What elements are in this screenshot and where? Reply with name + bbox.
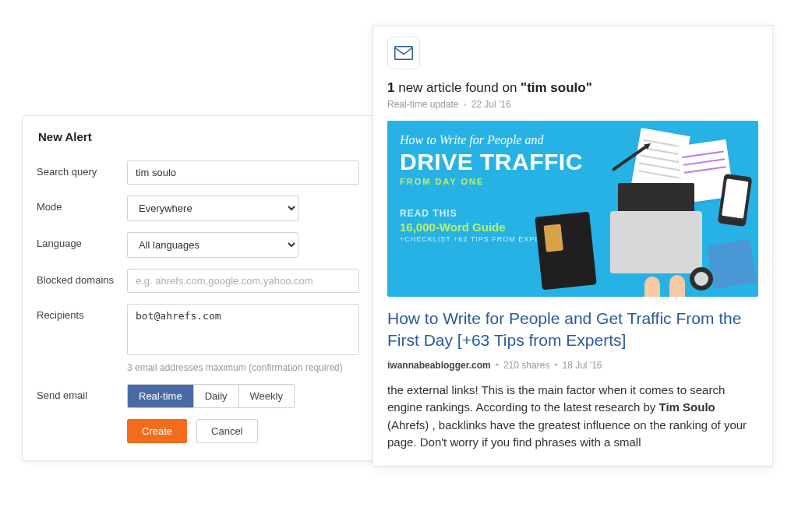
- blocked-domains-input[interactable]: [127, 269, 359, 293]
- frequency-realtime[interactable]: Real-time: [128, 385, 193, 407]
- article-site[interactable]: iwannabeablogger.com: [387, 360, 491, 371]
- cancel-button[interactable]: Cancel: [196, 419, 257, 443]
- frequency-daily[interactable]: Daily: [193, 385, 238, 407]
- email-preview-panel: 1 new article found on "tim soulo" Real-…: [373, 25, 773, 467]
- article-thumbnail[interactable]: How to Write for People and DRIVE TRAFFI…: [387, 121, 758, 297]
- recipients-label: Recipients: [37, 304, 127, 321]
- search-query-label: Search query: [37, 160, 127, 178]
- found-headline: 1 new article found on "tim soulo": [387, 80, 758, 96]
- language-select[interactable]: All languages: [127, 232, 298, 258]
- mode-label: Mode: [37, 196, 127, 213]
- article-excerpt: the external links! This is the main fac…: [387, 382, 758, 452]
- frequency-weekly[interactable]: Weekly: [238, 385, 294, 407]
- recipients-hint: 3 email addresses maximum (confirmation …: [127, 362, 359, 373]
- search-query-input[interactable]: [127, 160, 359, 185]
- article-meta: iwannabeablogger.com•210 shares•18 Jul '…: [387, 360, 758, 371]
- mail-icon: [387, 37, 420, 69]
- blocked-domains-label: Blocked domains: [37, 269, 127, 286]
- language-label: Language: [37, 232, 127, 249]
- article-date: 18 Jul '16: [562, 360, 602, 371]
- recipients-input[interactable]: bot@ahrefs.com: [127, 304, 359, 355]
- article-shares: 210 shares: [503, 360, 549, 371]
- mode-select[interactable]: Everywhere: [127, 196, 298, 221]
- update-subline: Real-time update◦22 Jul '16: [387, 99, 758, 110]
- send-email-label: Send email: [37, 384, 127, 401]
- svg-rect-0: [395, 47, 413, 60]
- create-button[interactable]: Create: [127, 419, 187, 443]
- frequency-segmented: Real-time Daily Weekly: [127, 384, 295, 408]
- panel-title: New Alert: [38, 130, 359, 143]
- new-alert-panel: New Alert Search query Mode Everywhere L…: [22, 115, 374, 461]
- article-title-link[interactable]: How to Write for People and Get Traffic …: [387, 308, 758, 352]
- thumb-illustration: [553, 129, 747, 292]
